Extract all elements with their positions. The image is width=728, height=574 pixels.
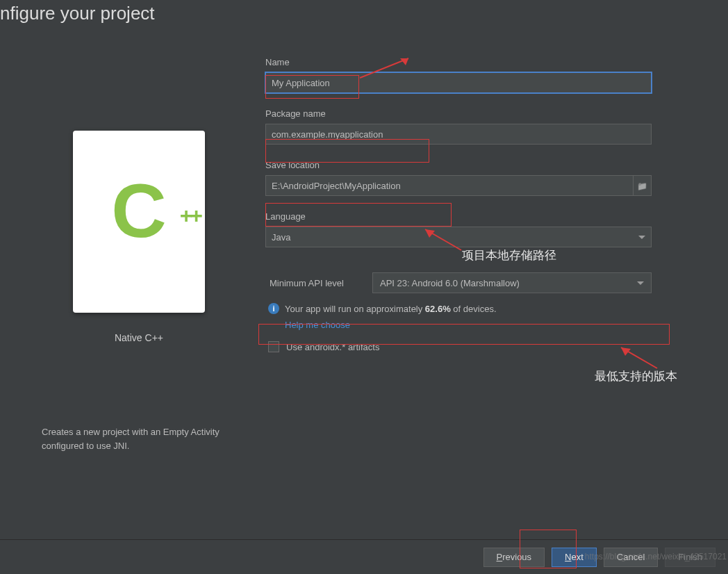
annotation-text-api: 最低支持的版本 xyxy=(595,368,677,384)
name-label: Name xyxy=(265,57,652,67)
api-value: API 23: Android 6.0 (Marshmallow) xyxy=(380,278,520,288)
language-select[interactable]: Java xyxy=(265,227,652,247)
name-input[interactable] xyxy=(265,72,652,93)
cpp-logo-icon: C ++ xyxy=(97,180,181,263)
info-icon: i xyxy=(268,303,279,314)
chevron-down-icon xyxy=(637,281,644,285)
previous-button[interactable]: Previous xyxy=(483,548,545,567)
template-description: Creates a new project with an Empty Acti… xyxy=(42,425,250,452)
watermark: https://blog.csdn.net/weixin_42517021 xyxy=(585,552,727,561)
name-field: Name xyxy=(265,57,652,93)
template-preview: C ++ Native C++ xyxy=(42,131,236,343)
api-select[interactable]: API 23: Android 6.0 (Marshmallow) xyxy=(372,272,652,293)
browse-folder-button[interactable] xyxy=(634,175,652,196)
project-form: Name Package name Save location Language… xyxy=(265,57,652,352)
androidx-row: Use androidx.* artifacts xyxy=(265,341,652,352)
package-input[interactable] xyxy=(265,124,652,145)
androidx-checkbox[interactable] xyxy=(268,341,279,352)
language-value: Java xyxy=(272,232,290,243)
template-name: Native C++ xyxy=(42,332,236,343)
package-label: Package name xyxy=(265,108,652,119)
folder-icon xyxy=(637,181,647,191)
chevron-down-icon xyxy=(638,236,645,239)
api-field: Minimum API level API 23: Android 6.0 (M… xyxy=(265,272,652,293)
location-field: Save location xyxy=(265,160,652,196)
page-title: nfigure your project xyxy=(0,3,155,24)
help-me-choose-link[interactable]: Help me choose xyxy=(285,320,652,330)
language-field: Language Java xyxy=(265,211,652,247)
api-label: Minimum API level xyxy=(265,272,372,293)
template-card: C ++ xyxy=(73,131,205,313)
language-label: Language xyxy=(265,211,652,222)
androidx-label: Use androidx.* artifacts xyxy=(286,342,379,352)
device-info-text: Your app will run on approximately 62.6%… xyxy=(285,304,497,314)
package-field: Package name xyxy=(265,108,652,145)
location-input[interactable] xyxy=(265,175,634,196)
location-label: Save location xyxy=(265,160,652,170)
device-info-row: i Your app will run on approximately 62.… xyxy=(265,303,652,314)
